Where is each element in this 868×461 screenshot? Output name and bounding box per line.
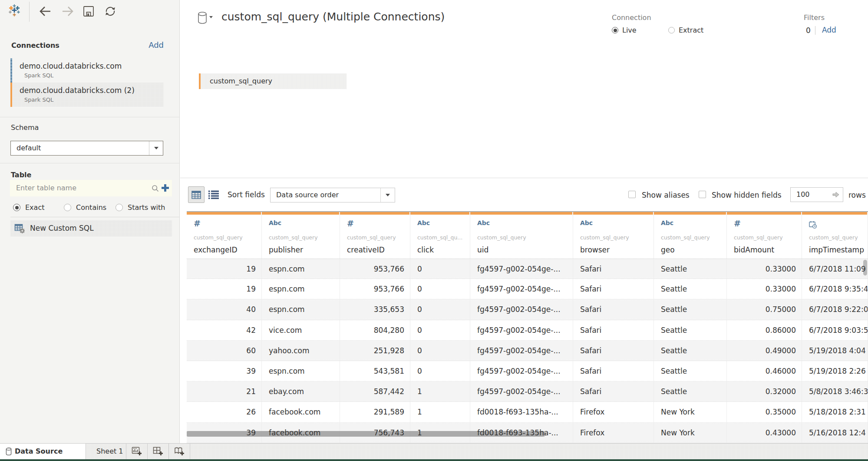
table-cell[interactable]: 0.43000 xyxy=(727,423,802,443)
string-type-icon[interactable]: Abc xyxy=(661,219,673,228)
table-cell[interactable]: 0.35000 xyxy=(727,402,802,422)
table-cell[interactable]: 953,766 xyxy=(340,259,410,279)
table-cell[interactable]: Seattle xyxy=(654,259,727,279)
sort-order-select[interactable]: Data source order xyxy=(270,188,395,202)
table-cell[interactable]: 5/18/2018 2:31 xyxy=(802,402,868,422)
table-cell[interactable]: 291,589 xyxy=(340,402,410,422)
undo-button[interactable] xyxy=(37,3,53,19)
table-cell[interactable]: 26 xyxy=(187,402,262,422)
grid-view-button[interactable] xyxy=(188,186,205,203)
table-cell[interactable]: Seattle xyxy=(654,320,727,340)
table-cell[interactable]: fg4597-g002-054ge-... xyxy=(470,279,573,299)
table-cell[interactable]: Safari xyxy=(573,361,654,381)
schema-select[interactable]: default xyxy=(10,141,163,156)
table-cell[interactable]: Seattle xyxy=(654,341,727,361)
table-cell[interactable]: 19 xyxy=(187,279,262,299)
new-dashboard-button[interactable] xyxy=(148,444,169,459)
table-cell[interactable]: 19 xyxy=(187,259,262,279)
save-button[interactable] xyxy=(81,3,96,19)
table-cell[interactable]: 251,928 xyxy=(340,341,410,361)
table-cell[interactable]: 5/16/2018 12:4 xyxy=(802,423,868,443)
table-cell[interactable]: 6/7/2018 9:35:4 xyxy=(802,279,868,299)
table-cell[interactable]: 60 xyxy=(187,341,262,361)
table-cell[interactable]: 5/8/2018 3:46:3 xyxy=(802,381,868,401)
table-cell[interactable]: Firefox xyxy=(573,423,654,443)
table-cell[interactable]: Firefox xyxy=(573,402,654,422)
string-type-icon[interactable]: Abc xyxy=(269,219,281,228)
table-cell[interactable]: espn.com xyxy=(262,279,340,299)
column-header-exchangeID[interactable]: #custom_sql_queryexchangeID xyxy=(187,212,262,259)
table-cell[interactable]: 335,653 xyxy=(340,299,410,319)
new-worksheet-button[interactable] xyxy=(126,444,148,459)
table-cell[interactable]: 6/7/2018 9:22:0 xyxy=(802,299,868,319)
table-cell[interactable]: 6/7/2018 11:09 xyxy=(802,259,868,279)
column-header-uid[interactable]: Abccustom_sql_queryuid xyxy=(470,212,573,259)
connection-option-extract[interactable]: Extract xyxy=(668,26,703,34)
table-cell[interactable]: 1 xyxy=(410,381,470,401)
table-cell[interactable]: Seattle xyxy=(654,279,727,299)
table-cell[interactable]: Seattle xyxy=(654,361,727,381)
table-cell[interactable]: 39 xyxy=(187,361,262,381)
canvas-table-chip[interactable]: custom_sql_query xyxy=(199,73,347,89)
table-cell[interactable]: fg4597-g002-054ge-... xyxy=(470,361,573,381)
table-cell[interactable]: New York xyxy=(654,423,727,443)
column-header-publisher[interactable]: Abccustom_sql_querypublisher xyxy=(262,212,340,259)
table-cell[interactable]: 40 xyxy=(187,299,262,319)
add-connection-link[interactable]: Add xyxy=(149,40,164,50)
tab-sheet-1[interactable]: Sheet 1 xyxy=(86,444,126,459)
table-cell[interactable]: fg4597-g002-054ge-... xyxy=(470,320,573,340)
table-cell[interactable]: 5/19/2018 2:26 xyxy=(802,361,868,381)
table-cell[interactable]: 953,766 xyxy=(340,279,410,299)
tab-data-source[interactable]: Data Source xyxy=(0,444,86,459)
string-type-icon[interactable]: Abc xyxy=(580,219,593,228)
database-icon[interactable] xyxy=(198,11,208,24)
table-cell[interactable]: 0.32000 xyxy=(727,381,802,401)
table-cell[interactable]: Safari xyxy=(573,279,654,299)
column-header-geo[interactable]: Abccustom_sql_querygeo xyxy=(654,212,727,259)
connection-option-live[interactable]: Live xyxy=(612,26,637,34)
table-cell[interactable]: 0.33000 xyxy=(727,279,802,299)
redo-button[interactable] xyxy=(60,3,76,19)
table-cell[interactable]: New York xyxy=(654,402,727,422)
table-search-input[interactable]: Enter table name xyxy=(10,180,172,196)
table-cell[interactable]: Safari xyxy=(573,381,654,401)
table-cell[interactable]: 0.46000 xyxy=(727,361,802,381)
table-cell[interactable]: fd0018-f693-135ha-... xyxy=(470,423,573,443)
table-cell[interactable]: Safari xyxy=(573,341,654,361)
column-header-creativeID[interactable]: #custom_sql_querycreativeID xyxy=(340,212,410,259)
column-header-browser[interactable]: Abccustom_sql_querybrowser xyxy=(573,212,654,259)
table-cell[interactable]: 0 xyxy=(410,279,470,299)
number-type-icon[interactable]: # xyxy=(194,219,201,227)
number-type-icon[interactable]: # xyxy=(734,219,741,227)
table-cell[interactable]: Safari xyxy=(573,320,654,340)
match-option-exact[interactable]: Exact xyxy=(13,203,44,212)
connection-item[interactable]: demo.cloud.databricks.com (2)Spark SQL xyxy=(10,83,164,107)
rows-count-input[interactable]: 100 xyxy=(790,187,843,202)
match-option-contains[interactable]: Contains xyxy=(64,203,106,212)
table-cell[interactable]: 804,280 xyxy=(340,320,410,340)
column-header-impTimestamp[interactable]: custom_sql_queryimpTimestamp xyxy=(802,212,868,259)
new-story-button[interactable] xyxy=(169,444,190,459)
table-cell[interactable]: 6/7/2018 9:03:5 xyxy=(802,320,868,340)
table-cell[interactable]: espn.com xyxy=(262,299,340,319)
add-table-icon[interactable] xyxy=(161,183,170,192)
show-aliases-checkbox[interactable] xyxy=(628,191,636,198)
table-cell[interactable]: espn.com xyxy=(262,259,340,279)
table-cell[interactable]: 5/19/2018 4:04 xyxy=(802,341,868,361)
table-cell[interactable]: 21 xyxy=(187,381,262,401)
datetime-type-icon[interactable] xyxy=(809,221,817,229)
table-cell[interactable]: 0 xyxy=(410,299,470,319)
string-type-icon[interactable]: Abc xyxy=(477,219,490,228)
table-cell[interactable]: 0.33000 xyxy=(727,259,802,279)
table-cell[interactable]: 0 xyxy=(410,259,470,279)
table-cell[interactable]: Safari xyxy=(573,259,654,279)
match-option-starts-with[interactable]: Starts with xyxy=(116,203,165,212)
table-cell[interactable]: 0.86000 xyxy=(727,320,802,340)
table-cell[interactable]: fg4597-g002-054ge-... xyxy=(470,299,573,319)
datasource-menu-caret[interactable] xyxy=(209,16,213,18)
refresh-button[interactable] xyxy=(102,3,118,19)
table-cell[interactable]: fg4597-g002-054ge-... xyxy=(470,259,573,279)
show-hidden-fields-checkbox[interactable] xyxy=(699,191,706,198)
column-header-click[interactable]: Abccustom_sql_qu...click xyxy=(410,212,470,259)
table-cell[interactable]: 0 xyxy=(410,341,470,361)
